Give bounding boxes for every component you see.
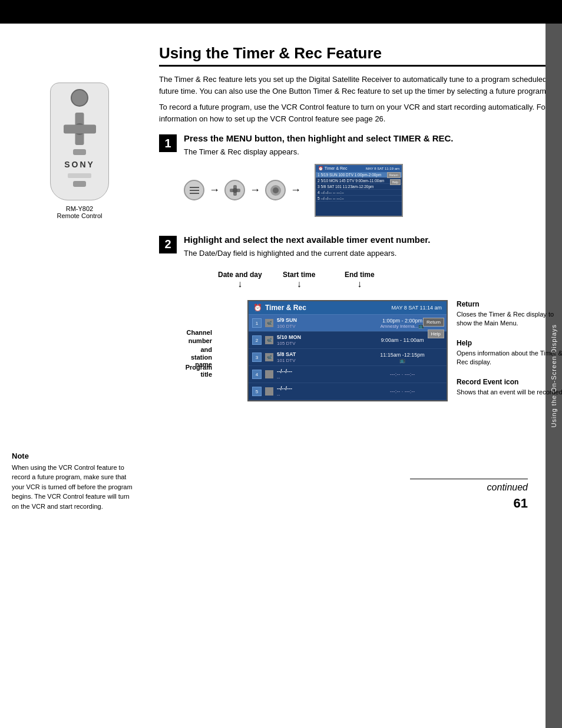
- screen-title: Timer & Rec: [265, 304, 306, 312]
- return-annotation: Return Closes the Timer & Rec display to…: [457, 300, 562, 328]
- mini-row-4: 4 --/--/--- -- ---:--: [316, 190, 402, 196]
- return-annotation-desc: Closes the Timer & Rec display to show t…: [457, 310, 562, 328]
- row-4-data: --/--/--- --: [277, 368, 358, 380]
- step-2-desc: The Date/Day field is highlighted and th…: [184, 248, 562, 259]
- diagram-section: Date and day ↓ Start time ↓ End time ↓: [177, 271, 562, 407]
- row-3-record-icon: 📹: [265, 353, 273, 361]
- remote-caption: RM-Y802 Remote Control: [57, 205, 102, 219]
- remote-body: SONY: [50, 83, 109, 200]
- start-time-label-group: Start time ↓: [283, 271, 315, 289]
- row-4-time: ---:-- · ---:--: [362, 371, 443, 377]
- row-1-channel: 5/9 SUN: [277, 317, 358, 323]
- select-icon[interactable]: [265, 180, 286, 200]
- left-column: SONY RM-Y802 Remote Control: [0, 35, 147, 428]
- record-event-annotation: Record Event icon Shows that an event wi…: [457, 378, 562, 397]
- timer-screen-header: ⏰ Timer & Rec MAY 8 SAT 11:14 am: [249, 301, 447, 315]
- row-5-number: --: [277, 392, 358, 397]
- arrow-1: →: [209, 184, 220, 196]
- dpad-icon[interactable]: [224, 180, 245, 200]
- row-3-record-indicator: 📺: [362, 358, 443, 363]
- timer-row-1: 1 📹 5/9 SUN 100 DTV 1:00pm - 2:00pm Amne…: [249, 315, 447, 332]
- row-3-time: 11:15am -12:15pm 📺: [362, 352, 443, 363]
- right-annotations: Return Closes the Timer & Rec display to…: [448, 300, 562, 407]
- right-column: Using the Timer & Rec Feature The Timer …: [147, 35, 562, 428]
- help-button[interactable]: Help: [428, 330, 444, 338]
- remote-type: Remote Control: [57, 212, 102, 219]
- svg-point-5: [233, 188, 237, 193]
- row-3-number: 101 DTV: [277, 358, 358, 363]
- timer-row-3: 3 📹 5/8 SAT 101 DTV 11:15am -12:15pm 📺: [249, 349, 447, 366]
- svg-rect-1: [190, 190, 199, 191]
- row-1-number: 100 DTV: [277, 324, 358, 329]
- mini-row-3: 3 5/8 SAT 101 11:23am-12:20pm: [316, 184, 402, 190]
- remote-logo: SONY: [64, 160, 95, 169]
- note-text: When using the VCR Control feature to re…: [12, 463, 135, 512]
- channel-label-line1: Channel number and: [177, 328, 212, 354]
- help-annotation-title: Help: [457, 339, 562, 347]
- step-1: 1 Press the MENU button, then highlight …: [159, 133, 562, 223]
- mini-help-btn: Help: [390, 179, 401, 185]
- step-2-title: Highlight and select the next available …: [184, 235, 562, 245]
- step-1-right: Press the MENU button, then highlight an…: [184, 133, 562, 223]
- row-5-time: ---:-- · ---:--: [362, 388, 443, 394]
- channel-label-group: Channel number and station name: [177, 328, 212, 368]
- row-3-num: 3: [252, 353, 262, 362]
- mini-row-2: 2 5/10 MON 145 DTV 9:00am-11:00am: [316, 178, 402, 184]
- footer-divider: [410, 479, 528, 479]
- arrow-3: →: [290, 184, 301, 196]
- menu-button-icon[interactable]: [184, 180, 204, 200]
- page-number: 61: [410, 496, 528, 511]
- step-1-desc: The Timer & Rec display appears.: [184, 146, 562, 158]
- main-content: SONY RM-Y802 Remote Control Using the Ti…: [0, 24, 546, 440]
- screen-header-left: ⏰ Timer & Rec: [253, 304, 306, 312]
- program-title-label-group: Program title: [177, 364, 212, 378]
- row-4-number: --: [277, 375, 358, 380]
- return-button[interactable]: Return: [423, 318, 444, 327]
- step-2: 2 Highlight and select the next availabl…: [159, 235, 562, 259]
- remote-dpad-center: [74, 123, 85, 135]
- remote-model: RM-Y802: [57, 205, 102, 212]
- help-annotation: Help Opens information about the Timer &…: [457, 339, 562, 367]
- remote-dpad: [64, 113, 96, 145]
- intro-para2: To record a future program, use the VCR …: [159, 101, 562, 124]
- start-time-arrow: ↓: [297, 279, 302, 289]
- screen-area: Channel number and station name Program …: [177, 300, 562, 407]
- row-5-channel: --/--/---: [277, 386, 358, 391]
- remote-label-1: [68, 173, 91, 178]
- clock-icon: ⏰: [253, 304, 262, 312]
- step-1-content: Press the MENU button, then highlight an…: [184, 133, 562, 223]
- date-day-label-group: Date and day ↓: [218, 271, 262, 289]
- remote-top-button: [71, 89, 88, 107]
- row-5-data: --/--/--- --: [277, 386, 358, 397]
- remote-container: SONY RM-Y802 Remote Control: [12, 83, 147, 219]
- end-time-arrow: ↓: [357, 279, 362, 289]
- start-time-label: Start time: [283, 271, 315, 279]
- row-3-time-text: 11:15am -12:15pm: [362, 352, 443, 358]
- timer-row-4: 4 --/--/--- -- ---:-- · ---:--: [249, 366, 447, 383]
- timer-row-5: 5 --/--/--- -- ---:-- · ---:--: [249, 383, 447, 400]
- arrow-2: →: [250, 184, 260, 196]
- program-title-label: Program title: [177, 364, 212, 378]
- row-4-icon: [265, 370, 273, 378]
- row-2-channel: 5/10 MON: [277, 334, 358, 340]
- row-2-num: 2: [252, 335, 262, 345]
- svg-point-7: [273, 187, 279, 193]
- note-section: Note When using the VCR Control feature …: [0, 446, 147, 518]
- help-annotation-desc: Opens information about the Timer & Rec …: [457, 349, 562, 367]
- step-1-number: 1: [159, 134, 177, 152]
- intro-para1: The Timer & Rec feature lets you set up …: [159, 74, 562, 97]
- bottom-section: Note When using the VCR Control feature …: [0, 446, 546, 518]
- screen-date: MAY 8 SAT 11:14 am: [392, 305, 442, 311]
- mini-screen-header: ⏰ Timer & Rec MAY 8 SAT 11:19 am: [316, 165, 402, 172]
- row-2-icon: 📹: [265, 336, 273, 344]
- page-title: Using the Timer & Rec Feature: [159, 44, 562, 67]
- mini-row-5: 5 --/--/--- -- ---:--: [316, 196, 402, 202]
- date-day-label: Date and day: [218, 271, 262, 279]
- end-time-label-group: End time ↓: [345, 271, 375, 289]
- timer-rec-screen: ⏰ Timer & Rec MAY 8 SAT 11:14 am Return …: [247, 300, 448, 401]
- nav-sequence: → →: [184, 164, 562, 217]
- row-3-channel: 5/8 SAT: [277, 351, 358, 357]
- record-event-annotation-title: Record Event icon: [457, 378, 562, 386]
- step-1-text: Press the MENU button, then highlight an…: [184, 133, 562, 223]
- step-2-number: 2: [159, 236, 177, 253]
